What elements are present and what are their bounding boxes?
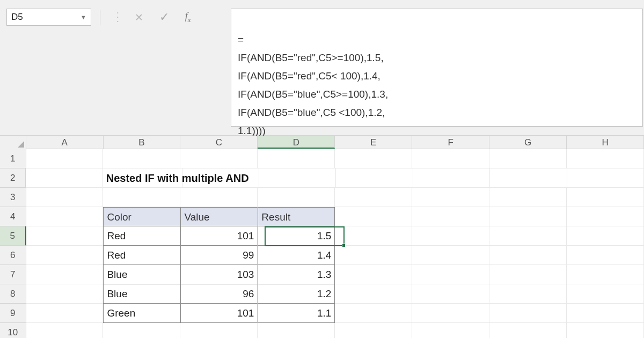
cell[interactable] [567, 246, 644, 265]
cell[interactable]: 101 [180, 226, 258, 246]
cell[interactable] [567, 304, 644, 323]
cell[interactable] [412, 188, 489, 207]
name-box[interactable]: D5 ▼ [6, 9, 91, 26]
select-all-corner[interactable] [0, 136, 26, 149]
cell[interactable]: 101 [180, 304, 258, 323]
cell[interactable] [335, 188, 412, 207]
column-header[interactable]: A [26, 136, 104, 149]
cell[interactable]: 99 [180, 246, 258, 265]
cell[interactable] [26, 168, 103, 188]
cell[interactable] [335, 304, 412, 323]
cell[interactable] [567, 188, 644, 207]
cell[interactable] [489, 284, 567, 304]
cell[interactable] [412, 284, 489, 304]
cancel-formula-icon[interactable]: ✕ [135, 11, 143, 24]
cell[interactable] [26, 149, 104, 168]
cell-selected[interactable]: 1.5 [258, 226, 335, 246]
cell[interactable] [412, 226, 489, 246]
column-header[interactable]: C [180, 136, 258, 149]
cell[interactable] [180, 323, 258, 338]
cell[interactable] [567, 207, 644, 226]
cell[interactable] [489, 188, 567, 207]
cell[interactable]: 1.1 [258, 304, 335, 323]
row-header[interactable]: 8 [0, 284, 26, 304]
cell[interactable] [567, 265, 644, 284]
cell[interactable] [26, 226, 104, 246]
cell[interactable] [335, 149, 412, 168]
cell[interactable] [567, 284, 644, 304]
row-header[interactable]: 1 [0, 149, 26, 168]
row-header[interactable]: 10 [0, 323, 26, 338]
cell[interactable]: 103 [180, 265, 258, 284]
cell[interactable] [103, 323, 180, 338]
cell[interactable] [412, 207, 489, 226]
column-header[interactable]: D [258, 136, 335, 149]
cell[interactable] [336, 168, 413, 188]
cell[interactable] [335, 226, 412, 246]
row-header[interactable]: 3 [0, 188, 26, 207]
column-header[interactable]: H [567, 136, 644, 149]
cell[interactable]: 1.2 [258, 284, 335, 304]
row-header[interactable]: 5 [0, 226, 26, 246]
cell[interactable] [567, 168, 644, 188]
cell[interactable] [258, 188, 335, 207]
table-header[interactable]: Result [258, 207, 335, 226]
cell[interactable]: Red [103, 226, 180, 246]
cell[interactable] [489, 246, 567, 265]
cell[interactable]: 1.3 [258, 265, 335, 284]
cell[interactable] [26, 188, 104, 207]
cell[interactable] [490, 168, 567, 188]
formula-bar[interactable]: = IF(AND(B5="red",C5>=100),1.5, IF(AND(B… [231, 9, 643, 127]
table-header[interactable]: Color [103, 207, 180, 226]
cell[interactable] [489, 265, 567, 284]
cell[interactable] [412, 323, 489, 338]
cell[interactable] [180, 188, 258, 207]
cell[interactable] [489, 149, 567, 168]
cell[interactable] [335, 246, 412, 265]
cell[interactable] [259, 168, 336, 188]
cell[interactable] [26, 207, 104, 226]
cell[interactable] [489, 226, 567, 246]
cell[interactable] [258, 323, 335, 338]
cell[interactable]: Blue [103, 265, 180, 284]
cell[interactable] [567, 149, 644, 168]
cell[interactable]: Red [103, 246, 180, 265]
cell[interactable] [335, 265, 412, 284]
cell[interactable] [180, 149, 258, 168]
cell[interactable] [412, 304, 489, 323]
cell[interactable] [258, 149, 335, 168]
cell[interactable] [26, 265, 104, 284]
cell[interactable] [26, 284, 104, 304]
row-header[interactable]: 9 [0, 304, 26, 323]
accept-formula-icon[interactable]: ✓ [159, 10, 169, 24]
cell[interactable] [335, 284, 412, 304]
cell[interactable]: 96 [180, 284, 258, 304]
cell[interactable] [103, 149, 180, 168]
cell[interactable] [489, 323, 567, 338]
column-header[interactable]: E [335, 136, 412, 149]
cell[interactable] [335, 207, 412, 226]
column-header[interactable]: B [104, 136, 181, 149]
cell[interactable] [26, 304, 104, 323]
column-header[interactable]: G [489, 136, 567, 149]
cell[interactable] [489, 207, 567, 226]
row-header[interactable]: 6 [0, 246, 26, 265]
cell[interactable] [26, 323, 104, 338]
cell[interactable] [182, 168, 259, 188]
cell[interactable]: Blue [103, 284, 180, 304]
cell[interactable] [412, 265, 489, 284]
table-header[interactable]: Value [180, 207, 258, 226]
insert-function-icon[interactable]: fx [185, 11, 191, 24]
row-header[interactable]: 2 [0, 168, 26, 188]
cell[interactable] [489, 304, 567, 323]
cell[interactable] [412, 149, 489, 168]
row-header[interactable]: 7 [0, 265, 26, 284]
name-box-dropdown-icon[interactable]: ▼ [80, 14, 86, 20]
cell[interactable] [567, 323, 644, 338]
row-header[interactable]: 4 [0, 207, 26, 226]
column-header[interactable]: F [412, 136, 489, 149]
cell[interactable] [335, 323, 412, 338]
cell[interactable]: 1.4 [258, 246, 335, 265]
cell[interactable]: Green [103, 304, 180, 323]
cell[interactable] [103, 188, 180, 207]
